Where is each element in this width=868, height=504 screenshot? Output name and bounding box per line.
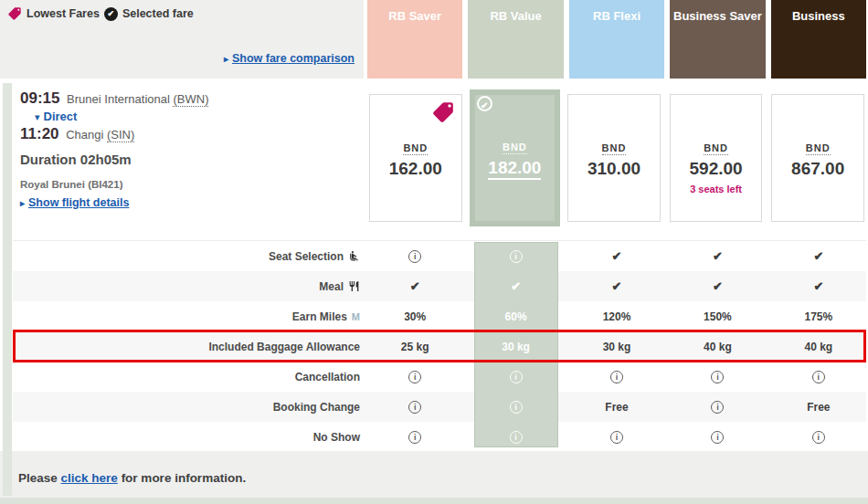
fee-info-icon[interactable]: i: [812, 431, 825, 444]
feature-value: i: [771, 362, 866, 392]
feature-value: 25 kg: [367, 331, 462, 362]
fare-amount: 162.00: [370, 159, 461, 179]
fare-card-rb-saver[interactable]: BND 162.00: [369, 94, 462, 222]
feature-value: Free: [771, 392, 866, 422]
click-here-link[interactable]: click here: [61, 471, 118, 485]
feature-value-selected: 60%: [468, 301, 563, 331]
fee-info-icon[interactable]: i: [408, 431, 421, 444]
fare-card-rb-flexi[interactable]: BND 310.00: [567, 94, 661, 222]
arrival-line: 11:20 Changi (SIN): [20, 125, 358, 143]
fee-info-icon[interactable]: i: [812, 371, 825, 383]
currency-label[interactable]: BND: [602, 142, 627, 155]
currency-label[interactable]: BND: [403, 142, 428, 155]
fare-column-header-rb-saver: RB Saver: [367, 0, 462, 79]
arrival-code[interactable]: (SIN): [107, 128, 134, 142]
show-flight-details-link[interactable]: Show flight details: [28, 196, 129, 209]
feature-row-no-show: No Show i i i i i: [13, 422, 866, 452]
currency-label[interactable]: BND: [503, 142, 527, 154]
feature-label: Booking Change: [13, 401, 367, 414]
feature-value: i: [569, 422, 664, 452]
fare-cards-row: BND 162.00 ✔ BND 182.00 BND 310.00 BND 5…: [367, 89, 866, 226]
check-icon: ✔: [713, 249, 723, 263]
show-fare-comparison[interactable]: ▸Show fare comparison: [224, 52, 355, 65]
seat-icon: [348, 250, 360, 262]
fee-info-icon[interactable]: i: [610, 431, 623, 444]
legend: Lowest Fares ✔ Selected fare: [7, 6, 194, 21]
feature-value-selected: 30 kg: [468, 331, 563, 362]
feature-table: Seat Selection i i ✔ ✔ ✔ Meal ✔ ✔ ✔ ✔ ✔: [13, 240, 866, 452]
stops-line: ▾Direct: [35, 110, 358, 123]
meal-icon: [348, 280, 360, 292]
fare-amount: 867.00: [772, 159, 863, 179]
feature-value-selected: i: [468, 422, 563, 452]
feature-value: 150%: [670, 301, 765, 331]
fee-info-icon[interactable]: i: [510, 431, 523, 444]
arrival-airport: Changi: [66, 128, 103, 142]
fare-card-business-saver[interactable]: BND 592.00 3 seats left: [670, 94, 763, 222]
feature-value-selected: i: [468, 241, 563, 271]
feature-row-meal: Meal ✔ ✔ ✔ ✔ ✔: [13, 271, 866, 301]
miles-icon: M: [352, 311, 360, 322]
departure-line: 09:15 Brunei International (BWN): [20, 89, 358, 108]
fee-info-icon[interactable]: i: [408, 401, 421, 414]
departure-code[interactable]: (BWN): [173, 92, 208, 107]
feature-row-seat-selection: Seat Selection i i ✔ ✔ ✔: [13, 241, 866, 271]
seats-left-note: 3 seats left: [671, 184, 762, 194]
feature-value: ✔: [367, 271, 462, 301]
fare-column-header-business: Business: [771, 0, 866, 79]
fare-amount: 182.00: [470, 158, 561, 178]
flight-info: 09:15 Brunei International (BWN) ▾Direct…: [20, 89, 358, 209]
feature-value: ✔: [569, 241, 664, 271]
airline-flight-number: Royal Brunei (BI421): [20, 179, 358, 190]
fee-info-icon[interactable]: i: [408, 371, 421, 383]
feature-value: 40 kg: [771, 331, 866, 362]
feature-row-baggage-allowance: Included Baggage Allowance 25 kg 30 kg 3…: [13, 331, 866, 362]
feature-value: i: [569, 362, 664, 392]
fee-info-icon[interactable]: i: [610, 371, 623, 383]
fee-info-icon[interactable]: i: [510, 371, 523, 383]
check-icon: ✔: [813, 279, 823, 293]
feature-value: ✔: [670, 271, 765, 301]
currency-label[interactable]: BND: [806, 142, 831, 155]
fee-info-icon[interactable]: i: [408, 250, 421, 263]
selected-fare-label: Selected fare: [122, 7, 194, 20]
feature-value: i: [771, 422, 866, 452]
check-icon: ✔: [713, 279, 723, 293]
bottom-strip: [0, 498, 868, 504]
fare-column-headers: RB Saver RB Value RB Flexi Business Save…: [367, 0, 866, 79]
feature-row-cancellation: Cancellation i i i i i: [13, 362, 866, 392]
feature-value: ✔: [670, 241, 765, 271]
direct-link[interactable]: Direct: [44, 110, 78, 123]
feature-value: i: [367, 241, 462, 271]
fare-card-business[interactable]: BND 867.00: [771, 94, 864, 222]
fare-amount: 310.00: [568, 159, 660, 179]
check-icon: ✔: [612, 279, 622, 293]
check-icon: ✔: [410, 279, 420, 293]
show-fare-comparison-link[interactable]: Show fare comparison: [232, 52, 355, 65]
fare-card-rb-value-selected[interactable]: ✔ BND 182.00: [470, 89, 561, 226]
feature-label: Included Baggage Allowance: [13, 341, 367, 353]
fee-info-icon[interactable]: i: [711, 431, 724, 444]
departure-time: 09:15: [20, 89, 59, 107]
feature-value: 30 kg: [569, 331, 664, 362]
feature-value: Free: [569, 392, 664, 422]
fee-info-icon[interactable]: i: [510, 250, 523, 263]
fee-info-icon[interactable]: i: [711, 401, 724, 414]
lowest-fares-label: Lowest Fares: [26, 7, 100, 20]
triangle-right-icon: ▸: [20, 198, 25, 208]
fare-amount: 592.00: [671, 159, 762, 179]
left-accent-bar: [3, 83, 12, 496]
fee-info-icon[interactable]: i: [711, 371, 724, 383]
feature-value: i: [670, 362, 765, 392]
footer-text: Please click here for more information.: [18, 471, 246, 485]
feature-label: Cancellation: [13, 371, 367, 383]
fee-info-icon[interactable]: i: [510, 401, 523, 414]
currency-label[interactable]: BND: [704, 142, 728, 155]
departure-airport: Brunei International: [67, 92, 170, 106]
show-flight-details[interactable]: ▸Show flight details: [20, 196, 358, 209]
feature-value-selected: ✔: [468, 271, 563, 301]
check-icon: ✔: [511, 279, 521, 293]
feature-row-earn-miles: Earn Miles M 30% 60% 120% 150% 175%: [13, 301, 866, 331]
feature-value: 30%: [367, 301, 462, 331]
feature-value: ✔: [569, 271, 664, 301]
